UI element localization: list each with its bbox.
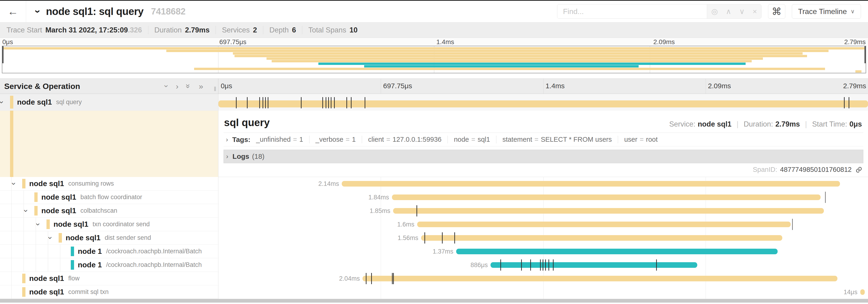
span-row[interactable]: ›node sql1txn coordinator send1.6ms: [0, 217, 868, 231]
span-row[interactable]: ›node sql1consuming rows2.14ms: [0, 177, 868, 191]
prev-match-icon[interactable]: ∧: [726, 7, 731, 16]
tree-indent-guide: [11, 245, 12, 258]
span-tree-cell[interactable]: ›node sql1colbatchscan: [0, 204, 218, 217]
span-tree-cell[interactable]: node 1/cockroach.roachpb.Internal/Batch: [0, 258, 218, 272]
span-row[interactable]: node sql1commit sql txn14μs: [0, 285, 868, 299]
tags-accordion[interactable]: ›Tags:_unfinished=1_verbose=1client=127.…: [223, 133, 863, 146]
span-bar[interactable]: [456, 249, 778, 254]
spanid-value: 4877749850101760812: [780, 166, 851, 173]
span-bar[interactable]: [860, 289, 865, 295]
clear-search-icon[interactable]: ×: [753, 7, 757, 16]
span-bar-cell[interactable]: 1.85ms: [218, 204, 868, 217]
span-detail-left-cell: [0, 111, 218, 177]
collapse-one-icon[interactable]: ›: [162, 85, 170, 87]
span-row[interactable]: node sql1batch flow coordinator1.84ms: [0, 191, 868, 204]
expand-one-icon[interactable]: ›: [176, 82, 179, 90]
log-tick-mark: [545, 260, 546, 271]
span-bar-cell[interactable]: 1.6ms: [218, 217, 868, 231]
span-bar[interactable]: [421, 235, 782, 241]
locate-match-icon[interactable]: ◎: [711, 7, 718, 16]
find-input[interactable]: [557, 4, 707, 19]
log-tick-mark: [331, 97, 332, 108]
tag-item: user=root: [618, 136, 657, 143]
span-duration-label: 1.84ms: [368, 194, 389, 201]
expand-chevron-icon[interactable]: ›: [47, 237, 55, 239]
span-tree-cell[interactable]: ›node sql1consuming rows: [0, 177, 218, 191]
logs-label: Logs: [232, 153, 249, 160]
collapse-all-icon[interactable]: »: [185, 84, 193, 89]
tag-key: user: [624, 136, 637, 143]
span-tree-cell[interactable]: node sql1flow: [0, 272, 218, 285]
minimap-right-handle[interactable]: [865, 46, 866, 63]
expand-chevron-icon[interactable]: ›: [23, 209, 30, 212]
span-color-chip: [34, 206, 38, 215]
span-bar-cell[interactable]: 1.56ms: [218, 231, 868, 245]
log-tick-mark: [322, 97, 323, 108]
log-tick-mark: [393, 273, 394, 284]
log-tick-mark: [530, 260, 531, 271]
keyboard-shortcuts-button[interactable]: ⌘: [768, 4, 785, 19]
span-rows: ›node sql1sql querysql queryService:node…: [0, 94, 868, 299]
span-tree-cell[interactable]: node 1/cockroach.roachpb.Internal/Batch: [0, 245, 218, 258]
span-row[interactable]: node sql1flow2.04ms: [0, 272, 868, 285]
span-color-chip: [46, 219, 50, 229]
tree-indent-guide: [48, 258, 48, 272]
tree-indent-guide: [60, 258, 60, 272]
equals-sign: =: [386, 136, 390, 143]
span-duration-label: 1.6ms: [397, 221, 414, 228]
span-tree-cell[interactable]: ›node sql1dist sender send: [0, 231, 218, 245]
horizontal-scrollbar[interactable]: [0, 299, 868, 303]
tree-indent-guide: [11, 204, 12, 217]
span-tree-cell[interactable]: ›node sql1txn coordinator send: [0, 217, 218, 231]
log-tick-mark: [656, 260, 657, 271]
span-tree-cell[interactable]: node sql1commit sql txn: [0, 285, 218, 299]
minimap-left-handle[interactable]: [2, 46, 3, 63]
span-bar[interactable]: [393, 208, 824, 214]
column-resize-handle[interactable]: ‖: [214, 86, 216, 93]
trace-meta-item: Total Spans10: [302, 26, 358, 34]
view-dropdown-button[interactable]: Trace Timeline ∨: [792, 4, 861, 19]
tree-indent-guide: [24, 258, 24, 272]
copy-link-icon[interactable]: [856, 166, 862, 173]
span-row[interactable]: ›node sql1colbatchscan1.85ms: [0, 204, 868, 217]
span-color-chip: [10, 96, 13, 108]
logs-accordion[interactable]: ›Logs(18): [223, 150, 863, 163]
span-bar-cell[interactable]: 886μs: [218, 258, 868, 272]
expand-chevron-icon[interactable]: ›: [35, 223, 42, 226]
page-title: node sql1: sql query: [46, 6, 144, 17]
span-operation-name: consuming rows: [68, 180, 114, 187]
span-row[interactable]: node 1/cockroach.roachpb.Internal/Batch8…: [0, 258, 868, 272]
log-tick-mark: [549, 260, 549, 271]
span-bar[interactable]: [218, 100, 868, 107]
span-service-name: node sql1: [41, 193, 76, 202]
span-bar-cell[interactable]: 1.84ms: [218, 191, 868, 204]
next-match-icon[interactable]: ∨: [739, 7, 745, 16]
span-duration-label: 886μs: [470, 262, 488, 269]
trace-minimap[interactable]: [2, 46, 866, 73]
log-tick-mark: [454, 232, 455, 243]
span-bar-cell[interactable]: [218, 94, 868, 111]
span-bar[interactable]: [342, 181, 840, 187]
span-bar[interactable]: [417, 222, 791, 227]
span-bar-cell[interactable]: 14μs: [218, 285, 868, 299]
expand-chevron-icon[interactable]: ›: [10, 182, 18, 185]
span-bar[interactable]: [363, 276, 837, 281]
span-bar[interactable]: [392, 195, 820, 200]
timeline-axis: 0μs697.75μs1.4ms2.09ms2.79ms: [218, 79, 868, 94]
log-tick-mark: [371, 273, 372, 284]
tree-indent-guide: [11, 217, 12, 231]
span-row[interactable]: ›node sql1sql query: [0, 94, 868, 111]
span-bar-cell[interactable]: 2.04ms: [218, 272, 868, 285]
span-tree-cell[interactable]: node sql1batch flow coordinator: [0, 191, 218, 204]
log-tick-mark: [553, 260, 554, 271]
expand-chevron-icon[interactable]: ›: [0, 101, 6, 103]
span-bar-cell[interactable]: 2.14ms: [218, 177, 868, 191]
span-tree-cell[interactable]: ›node sql1sql query: [0, 94, 218, 111]
back-button[interactable]: ←: [0, 1, 26, 22]
span-bar-cell[interactable]: 1.37ms: [218, 245, 868, 258]
span-row[interactable]: ›node sql1dist sender send1.56ms: [0, 231, 868, 245]
expand-all-icon[interactable]: »: [199, 82, 203, 90]
minimap-span-bar: [856, 70, 862, 73]
span-row[interactable]: node 1/cockroach.roachpb.Internal/Batch1…: [0, 245, 868, 258]
collapse-trace-icon[interactable]: ›: [33, 10, 43, 13]
